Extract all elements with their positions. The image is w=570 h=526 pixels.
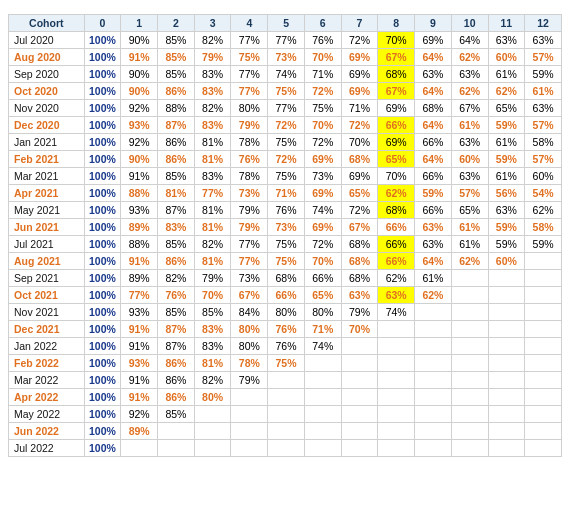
cell-value: 81%	[194, 134, 231, 151]
cell-value: 70%	[194, 287, 231, 304]
table-row: Jun 2022100%89%	[9, 423, 562, 440]
cell-value: 75%	[268, 83, 305, 100]
cell-value: 72%	[341, 32, 378, 49]
cell-value	[378, 389, 415, 406]
cell-value: 77%	[231, 66, 268, 83]
cell-value: 86%	[158, 134, 195, 151]
cell-value	[268, 406, 305, 423]
cell-value: 62%	[451, 253, 488, 270]
cell-value: 83%	[194, 338, 231, 355]
cell-value: 91%	[121, 321, 158, 338]
cell-value	[341, 338, 378, 355]
cell-value: 77%	[268, 32, 305, 49]
column-header-8: 8	[378, 15, 415, 32]
cell-value: 93%	[121, 117, 158, 134]
cell-value: 57%	[525, 49, 562, 66]
cohort-label: Mar 2022	[9, 372, 85, 389]
cohort-label: Nov 2021	[9, 304, 85, 321]
cell-value: 75%	[304, 100, 341, 117]
table-row: Sep 2021100%89%82%79%73%68%66%68%62%61%	[9, 270, 562, 287]
cell-value: 60%	[488, 253, 525, 270]
table-row: Jan 2021100%92%86%81%78%75%72%70%69%66%6…	[9, 134, 562, 151]
cell-value: 64%	[451, 32, 488, 49]
cell-value: 72%	[304, 134, 341, 151]
cell-value: 71%	[268, 185, 305, 202]
cell-value	[304, 423, 341, 440]
cell-value: 63%	[488, 202, 525, 219]
table-row: Sep 2020100%90%85%83%77%74%71%69%68%63%6…	[9, 66, 562, 83]
cell-value: 80%	[268, 304, 305, 321]
cell-value: 77%	[231, 253, 268, 270]
cell-value	[451, 321, 488, 338]
cell-value: 100%	[84, 219, 121, 236]
cell-value: 85%	[158, 304, 195, 321]
cell-value	[451, 406, 488, 423]
cell-value: 87%	[158, 321, 195, 338]
cohort-label: Jul 2022	[9, 440, 85, 457]
cell-value	[488, 287, 525, 304]
cell-value: 67%	[451, 100, 488, 117]
cell-value: 84%	[231, 304, 268, 321]
cell-value: 61%	[488, 168, 525, 185]
cell-value: 100%	[84, 287, 121, 304]
cell-value: 83%	[194, 66, 231, 83]
cell-value	[525, 372, 562, 389]
cell-value: 68%	[341, 270, 378, 287]
cell-value: 78%	[231, 168, 268, 185]
column-header-10: 10	[451, 15, 488, 32]
cell-value: 100%	[84, 355, 121, 372]
cell-value: 69%	[341, 83, 378, 100]
cell-value: 86%	[158, 83, 195, 100]
cell-value	[231, 423, 268, 440]
cell-value: 77%	[268, 100, 305, 117]
cell-value: 65%	[488, 100, 525, 117]
cell-value	[194, 406, 231, 423]
table-row: May 2021100%93%87%81%79%76%74%72%68%66%6…	[9, 202, 562, 219]
cell-value: 89%	[121, 270, 158, 287]
cell-value	[415, 304, 452, 321]
cell-value	[488, 440, 525, 457]
cell-value: 100%	[84, 338, 121, 355]
column-header-5: 5	[268, 15, 305, 32]
cell-value	[451, 423, 488, 440]
table-row: Aug 2020100%91%85%79%75%73%70%69%67%64%6…	[9, 49, 562, 66]
cell-value	[268, 389, 305, 406]
cell-value	[341, 355, 378, 372]
cell-value: 68%	[268, 270, 305, 287]
cell-value	[451, 338, 488, 355]
cell-value: 66%	[268, 287, 305, 304]
table-row: Nov 2020100%92%88%82%80%77%75%71%69%68%6…	[9, 100, 562, 117]
cell-value: 89%	[121, 219, 158, 236]
cell-value: 64%	[415, 117, 452, 134]
cell-value: 79%	[194, 49, 231, 66]
cell-value: 70%	[341, 321, 378, 338]
cell-value: 76%	[231, 151, 268, 168]
cell-value	[304, 372, 341, 389]
cell-value	[525, 321, 562, 338]
cell-value	[231, 406, 268, 423]
cohort-label: Sep 2020	[9, 66, 85, 83]
cell-value: 83%	[194, 321, 231, 338]
cell-value	[415, 389, 452, 406]
cell-value: 91%	[121, 49, 158, 66]
cell-value: 92%	[121, 100, 158, 117]
cohort-label: Feb 2021	[9, 151, 85, 168]
cell-value: 80%	[231, 338, 268, 355]
cell-value: 66%	[378, 219, 415, 236]
cell-value: 100%	[84, 423, 121, 440]
cell-value: 59%	[415, 185, 452, 202]
cell-value: 72%	[341, 202, 378, 219]
cell-value	[121, 440, 158, 457]
cell-value: 87%	[158, 202, 195, 219]
cell-value: 82%	[158, 270, 195, 287]
cell-value	[488, 389, 525, 406]
cell-value: 100%	[84, 185, 121, 202]
cell-value	[525, 406, 562, 423]
cell-value	[341, 389, 378, 406]
cell-value: 93%	[121, 202, 158, 219]
cell-value: 100%	[84, 389, 121, 406]
cell-value: 100%	[84, 151, 121, 168]
cohort-label: Jan 2021	[9, 134, 85, 151]
cell-value: 62%	[378, 270, 415, 287]
cell-value: 79%	[341, 304, 378, 321]
